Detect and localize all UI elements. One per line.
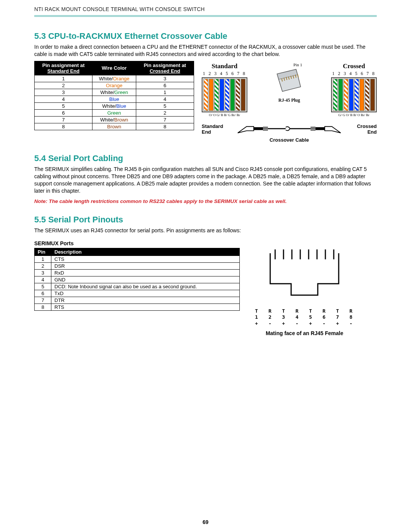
- table-row: 6Green2: [35, 109, 194, 116]
- pinout-th-pin: Pin: [35, 248, 51, 256]
- table-row: 7White/Brown7: [35, 116, 194, 123]
- rj45-female-row3: + - + - + - + -: [255, 321, 354, 327]
- cable-left-label: StandardEnd: [202, 123, 236, 135]
- rj45-female-diagram: T R T R T R T R 1 2 3 4 5 6 7 8 + - + - …: [255, 249, 354, 337]
- table-row: 3White/Green1: [35, 89, 194, 96]
- pinout-th-desc: Description: [51, 248, 240, 256]
- table-row: 3RxD: [35, 269, 240, 276]
- table-row: 4Blue4: [35, 96, 194, 102]
- page-number: 69: [0, 519, 411, 525]
- crossover-th-crossed: Pin assignment at Crossed End: [136, 61, 194, 75]
- page-header-title: NTI RACK MOUNT CONSOLE TERMINAL WITH CON…: [34, 6, 377, 12]
- svg-rect-8: [254, 127, 263, 130]
- rj45-plug-icon: [274, 68, 304, 94]
- rj45-female-caption: Mating face of an RJ45 Female: [255, 330, 354, 336]
- standard-wiring-diagram: Standard 1 2 3 4 5 6 7 8 O/ O G/ B B/ G …: [202, 62, 247, 117]
- header-divider: [34, 15, 377, 17]
- pinout-table-title: SERIMUX Ports: [34, 240, 377, 246]
- table-row: 4GND: [35, 276, 240, 283]
- cable-right-label: CrossedEnd: [342, 123, 377, 135]
- table-row: 2Orange6: [35, 82, 194, 89]
- crossover-cable-icon: [236, 122, 342, 136]
- crossover-diagram-block: Standard 1 2 3 4 5 6 7 8 O/ O G/ B B/ G …: [202, 61, 377, 143]
- section-5-4-heading: 5.4 Serial Port Cabling: [34, 153, 377, 163]
- table-row: 5DCD: Note Inbound signal can also be us…: [35, 283, 240, 290]
- crossover-th-standard: Pin assignment at Standard End: [35, 61, 92, 75]
- section-5-4-note: Note: The cable length restrictions comm…: [34, 198, 377, 204]
- rj45-female-icon: [263, 249, 346, 307]
- section-5-3-heading: 5.3 CPU-to-RACKMUX Ethernet Crossover Ca…: [34, 31, 377, 41]
- crossover-table: Pin assignment at Standard End Wire Colo…: [34, 61, 194, 130]
- rj45-plug-diagram: Pin 1 RJ-45 Plug: [274, 62, 304, 103]
- table-row: 1CTS: [35, 256, 240, 262]
- section-5-4-body: The SERIMUX simplifies cabling. The RJ45…: [34, 166, 377, 195]
- crossover-cable-diagram: StandardEnd CrossedEnd: [202, 122, 377, 136]
- rj45-female-row2: 1 2 3 4 5 6 7 8: [255, 314, 354, 321]
- crossed-wiring-diagram: Crossed 1 2 3 4 5 6 7 8 G/ G O/ B B/ O B…: [331, 62, 377, 117]
- svg-rect-17: [315, 127, 325, 130]
- table-row: 5White/Blue5: [35, 102, 194, 109]
- table-row: 8RTS: [35, 304, 240, 310]
- section-5-5-heading: 5.5 Serial Port Pinouts: [34, 215, 377, 225]
- rj45-female-row1: T R T R T R T R: [255, 308, 354, 315]
- table-row: 1White/Orange3: [35, 75, 194, 82]
- table-row: 2DSR: [35, 262, 240, 269]
- pinout-table: Pin Description 1CTS2DSR3RxD4GND5DCD: No…: [34, 248, 240, 311]
- crossover-cable-caption: Crossover Cable: [202, 137, 377, 143]
- table-row: 6TxD: [35, 290, 240, 297]
- section-5-3-body: In order to make a direct connection bet…: [34, 43, 377, 58]
- table-row: 7DTR: [35, 297, 240, 304]
- section-5-5-body: The SERIMUX uses an RJ45 connector for s…: [34, 227, 377, 234]
- table-row: 8Brown8: [35, 123, 194, 130]
- crossover-th-wirecolor: Wire Color: [92, 61, 136, 75]
